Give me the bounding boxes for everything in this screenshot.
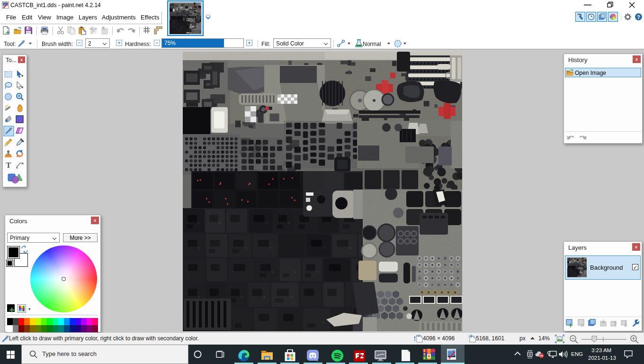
svg-text:T: T	[6, 161, 11, 170]
svg-text:?: ?	[637, 14, 640, 20]
